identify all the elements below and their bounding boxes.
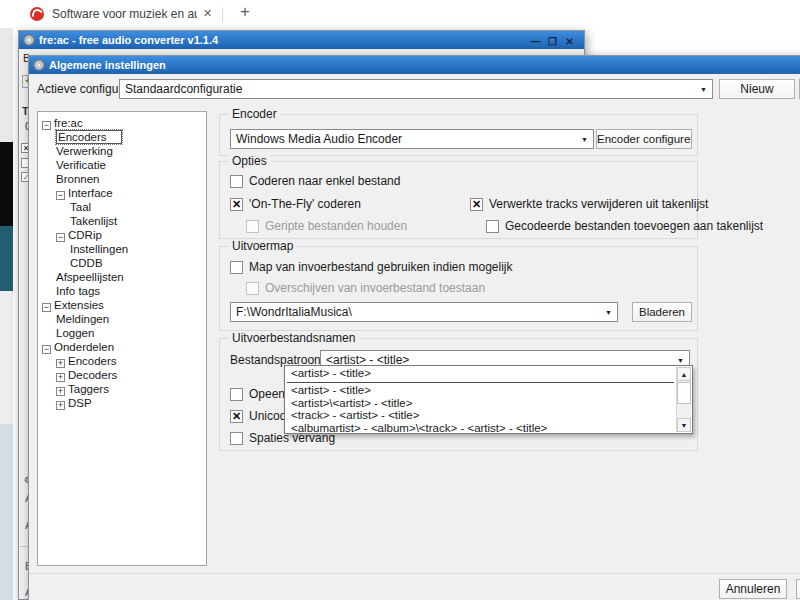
checkbox-remove-tracks-box[interactable] xyxy=(470,198,483,211)
checkbox-add-encoded[interactable]: Gecodeerde bestanden toevoegen aan taken… xyxy=(486,220,763,233)
tree-item-afspeellijsten[interactable]: Afspeellijsten xyxy=(38,270,206,284)
pattern-dropdown-edit-value[interactable]: <artist> - <title> xyxy=(285,366,692,381)
tree-item-fre-ac[interactable]: −fre:ac xyxy=(38,116,206,130)
tree-item-label: Onderdelen xyxy=(54,341,114,353)
checkbox-on-the-fly-label: 'On-The-Fly' coderen xyxy=(249,197,361,211)
encoder-configure-button[interactable]: Encoder configureren xyxy=(596,129,692,149)
page-sliver-blue xyxy=(0,424,13,600)
page-sliver-black xyxy=(0,142,13,226)
collapse-icon[interactable]: − xyxy=(42,303,51,312)
page-sliver-gray xyxy=(0,28,13,142)
new-tab-button[interactable]: + xyxy=(240,2,250,22)
dialog-freac-icon xyxy=(33,59,45,71)
checkbox-on-the-fly-box[interactable] xyxy=(230,198,243,211)
checkbox-unicode-box[interactable] xyxy=(230,410,243,423)
tree-item-cddb[interactable]: CDDB xyxy=(38,256,206,270)
page-sliver-teal xyxy=(0,226,13,291)
collapse-icon[interactable]: − xyxy=(56,191,65,200)
expand-icon[interactable]: + xyxy=(56,373,65,382)
tree-item-taggers[interactable]: +Taggers xyxy=(38,382,206,396)
tree-item-meldingen[interactable]: Meldingen xyxy=(38,312,206,326)
pattern-dropdown-scrollbar[interactable]: ▲ ▼ xyxy=(676,367,691,432)
tree-item-bronnen[interactable]: Bronnen xyxy=(38,172,206,186)
checkbox-allow-overwrite-label: Overschijven van invoerbestand toestaan xyxy=(265,281,485,295)
collapse-icon[interactable]: − xyxy=(42,121,51,130)
checkbox-spaces-box[interactable] xyxy=(230,432,243,445)
tree-item-label: Interface xyxy=(68,187,113,199)
browse-button[interactable]: Bladeren xyxy=(632,302,692,322)
checkbox-single-file[interactable]: Coderen naar enkel bestand xyxy=(230,175,400,188)
tree-item-loggen[interactable]: Loggen xyxy=(38,326,206,340)
tree-item-label: Bronnen xyxy=(56,173,99,185)
tree-item-extensies[interactable]: −Extensies xyxy=(38,298,206,312)
tab-separator xyxy=(222,7,223,22)
minimize-button[interactable]: — xyxy=(527,33,544,49)
expand-icon[interactable]: + xyxy=(56,401,65,410)
close-button[interactable]: ✕ xyxy=(561,33,578,49)
tree-item-label: Meldingen xyxy=(56,313,109,325)
tree-item-verificatie[interactable]: Verificatie xyxy=(38,158,206,172)
dialog-title: Algemene instellingen xyxy=(49,59,166,71)
tree-item-encoders[interactable]: +Encoders xyxy=(38,354,206,368)
checkbox-add-encoded-box[interactable] xyxy=(486,220,499,233)
settings-tree[interactable]: −fre:acEncodersVerwerkingVerificatieBron… xyxy=(37,111,207,566)
tree-item-label: Encoders xyxy=(68,355,117,367)
pattern-dropdown-items[interactable]: <artist> - <title><artist>\<artist> - <t… xyxy=(285,384,674,434)
tree-item-takenlijst[interactable]: Takenlijst xyxy=(38,214,206,228)
scroll-up-icon[interactable]: ▲ xyxy=(677,367,691,381)
active-config-combobox[interactable]: Standaardconfiguratie xyxy=(119,79,713,99)
expand-icon[interactable]: + xyxy=(56,359,65,368)
scroll-down-icon[interactable]: ▼ xyxy=(677,418,691,432)
clipped-button-bottom-right[interactable] xyxy=(796,579,800,599)
tree-item-decoders[interactable]: +Decoders xyxy=(38,368,206,382)
tree-item-instellingen[interactable]: Instellingen xyxy=(38,242,206,256)
checkbox-use-input-folder[interactable]: Map van invoerbestand gebruiken indien m… xyxy=(230,261,513,274)
checkbox-use-input-folder-box[interactable] xyxy=(230,261,243,274)
checkbox-remove-tracks[interactable]: Verwerkte tracks verwijderen uit takenli… xyxy=(470,198,708,211)
encoder-group-title: Encoder xyxy=(228,107,281,122)
collapse-icon[interactable]: − xyxy=(56,233,65,242)
tree-item-onderdelen[interactable]: −Onderdelen xyxy=(38,340,206,354)
tree-item-label: Encoders xyxy=(56,130,122,144)
pattern-dropdown-item[interactable]: <artist>\<artist> - <title> xyxy=(285,397,674,410)
tab-close-icon[interactable]: ✕ xyxy=(203,7,212,20)
dialog-titlebar[interactable]: Algemene instellingen xyxy=(29,56,800,74)
pattern-dropdown-item[interactable]: <artist> - <title> xyxy=(285,384,674,397)
pattern-dropdown-item[interactable]: <track> - <artist> - <title> xyxy=(285,409,674,422)
tree-item-label: Verificatie xyxy=(56,159,106,171)
tree-item-encoders[interactable]: Encoders xyxy=(38,130,206,144)
checkbox-use-input-folder-label: Map van invoerbestand gebruiken indien m… xyxy=(249,260,513,274)
tree-item-taal[interactable]: Taal xyxy=(38,200,206,214)
pattern-dropdown-list[interactable]: <artist> - <title> <artist> - <title><ar… xyxy=(284,365,693,434)
footer-separator xyxy=(29,573,800,574)
maximize-button[interactable]: ❐ xyxy=(544,33,561,49)
tree-item-label: Taggers xyxy=(68,383,109,395)
tree-item-info-tags[interactable]: Info tags xyxy=(38,284,206,298)
output-path-combobox[interactable]: F:\WondrItaliaMusica\ xyxy=(230,302,618,322)
tree-item-dsp[interactable]: +DSP xyxy=(38,396,206,410)
checkbox-sequential-box[interactable] xyxy=(230,388,243,401)
checkbox-keep-ripped-box xyxy=(246,220,259,233)
checkbox-keep-ripped: Geripte bestanden houden xyxy=(246,220,407,233)
checkbox-add-encoded-label: Gecodeerde bestanden toevoegen aan taken… xyxy=(505,219,763,233)
tree-item-cdrip[interactable]: −CDRip xyxy=(38,228,206,242)
browser-tab-title[interactable]: Software voor muziek en audio | xyxy=(52,7,197,21)
checkbox-remove-tracks-label: Verwerkte tracks verwijderen uit takenli… xyxy=(489,197,708,211)
tree-item-interface[interactable]: −Interface xyxy=(38,186,206,200)
tree-item-label: Taal xyxy=(70,201,91,213)
settings-dialog: Algemene instellingen Actieve configurat… xyxy=(28,55,800,600)
checkbox-single-file-box[interactable] xyxy=(230,175,243,188)
main-window-titlebar[interactable]: fre:ac - free audio converter v1.1.4 —❐✕ xyxy=(19,31,584,49)
pattern-dropdown-item[interactable]: <albumartist> - <album>\<track> - <artis… xyxy=(285,422,674,435)
cancel-button[interactable]: Annuleren xyxy=(719,579,787,599)
collapse-icon[interactable]: − xyxy=(42,345,51,354)
checkbox-on-the-fly[interactable]: 'On-The-Fly' coderen xyxy=(230,198,361,211)
new-config-button[interactable]: Nieuw xyxy=(719,79,795,99)
expand-icon[interactable]: + xyxy=(56,387,65,396)
main-window-title: fre:ac - free audio converter v1.1.4 xyxy=(39,34,218,46)
encoder-combobox[interactable]: Windows Media Audio Encoder xyxy=(230,129,594,149)
output-folder-group: Uitvoermap Map van invoerbestand gebruik… xyxy=(219,246,698,331)
scroll-thumb[interactable] xyxy=(677,382,691,404)
tree-item-verwerking[interactable]: Verwerking xyxy=(38,144,206,158)
tree-item-label: CDDB xyxy=(70,257,103,269)
